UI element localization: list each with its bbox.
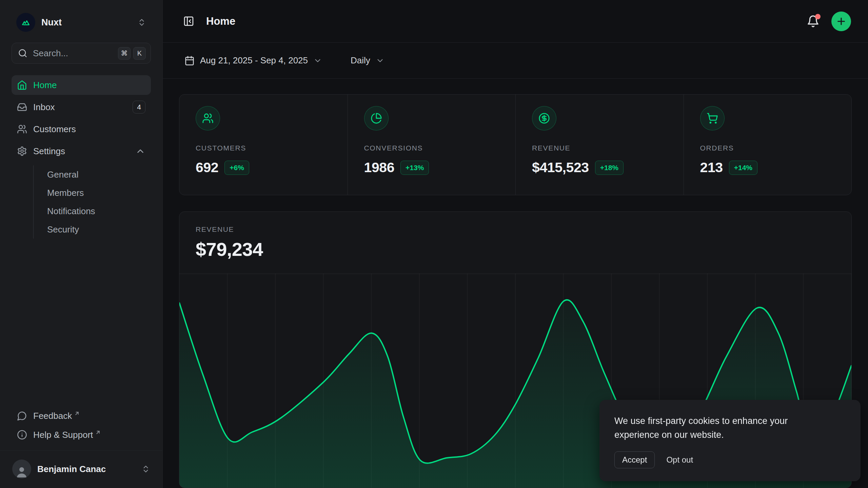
- chart-current-value: $79,234: [196, 238, 835, 260]
- chevrons-up-down-icon: [141, 465, 150, 473]
- calendar-icon: [184, 56, 195, 66]
- sidebar-nav: Home Inbox 4 Customers Settings General …: [0, 75, 162, 239]
- toolbar: Aug 21, 2025 - Sep 4, 2025 Daily: [163, 43, 868, 79]
- sidebar-item-label: Customers: [33, 124, 145, 135]
- stat-label: CONVERSIONS: [364, 144, 502, 152]
- date-range-button[interactable]: Aug 21, 2025 - Sep 4, 2025: [180, 51, 327, 70]
- settings-subtree: General Members Notifications Security: [33, 165, 151, 239]
- home-icon: [17, 80, 27, 90]
- sidebar-collapse-button[interactable]: [180, 13, 197, 30]
- info-circle-icon: [17, 430, 27, 440]
- stat-delta-badge: +18%: [595, 161, 624, 175]
- opt-out-button[interactable]: Opt out: [666, 455, 693, 465]
- team-switcher-button[interactable]: Nuxt: [12, 9, 151, 35]
- notifications-button[interactable]: [804, 12, 823, 31]
- user-menu-button[interactable]: Benjamin Canac: [7, 455, 156, 483]
- chevron-up-icon: [135, 146, 145, 156]
- sidebar-item-members[interactable]: Members: [34, 184, 151, 202]
- users-icon: [196, 106, 220, 130]
- brand-name: Nuxt: [41, 17, 137, 28]
- kbd-k: K: [133, 47, 146, 60]
- plus-icon: [836, 16, 847, 27]
- chevrons-up-down-icon: [137, 18, 146, 27]
- avatar: [12, 460, 31, 479]
- external-link-arrow-icon: [95, 429, 101, 435]
- chevron-down-icon: [313, 56, 322, 65]
- sidebar-item-label: Home: [33, 80, 145, 90]
- cart-icon: [700, 106, 725, 130]
- page-title: Home: [206, 15, 804, 27]
- pie-chart-icon: [364, 106, 389, 130]
- stat-value: 692: [196, 160, 218, 176]
- external-link-arrow-icon: [74, 410, 80, 416]
- sidebar-item-general[interactable]: General: [34, 165, 151, 184]
- search-input[interactable]: [33, 48, 115, 59]
- add-button[interactable]: [831, 12, 851, 31]
- help-support-link[interactable]: Help & Support: [12, 425, 151, 444]
- sidebar-item-security[interactable]: Security: [34, 220, 151, 239]
- sidebar-item-label: Settings: [33, 146, 135, 157]
- kbd-cmd: ⌘: [118, 47, 131, 60]
- sidebar-divider: [0, 450, 162, 451]
- sidebar-item-home[interactable]: Home: [12, 75, 151, 95]
- stat-customers[interactable]: CUSTOMERS 692 +6%: [179, 95, 348, 195]
- stat-value: $415,523: [532, 160, 589, 176]
- panel-left-icon: [183, 16, 194, 27]
- stat-delta-badge: +14%: [729, 161, 757, 175]
- chart-title: REVENUE: [196, 225, 835, 233]
- inbox-count-badge: 4: [133, 101, 145, 114]
- page-header: Home: [163, 0, 868, 43]
- accept-button[interactable]: Accept: [614, 451, 655, 468]
- cookie-message: We use first-party cookies to enhance yo…: [614, 414, 818, 442]
- inbox-icon: [17, 102, 27, 112]
- nuxt-logo-icon: [16, 13, 35, 32]
- dollar-circle-icon: [532, 106, 556, 130]
- date-range-label: Aug 21, 2025 - Sep 4, 2025: [200, 55, 308, 66]
- sub-item-label: Members: [47, 188, 84, 198]
- stat-delta-badge: +6%: [224, 161, 249, 175]
- sidebar-item-customers[interactable]: Customers: [12, 119, 151, 139]
- sidebar: Nuxt ⌘ K Home Inbox 4 Customers: [0, 0, 163, 488]
- chevron-down-icon: [376, 56, 384, 65]
- stats-card: CUSTOMERS 692 +6% CONVERSIONS 1986 +13%: [179, 94, 852, 195]
- sub-item-label: Security: [47, 224, 79, 235]
- gear-icon: [17, 146, 27, 156]
- sidebar-item-settings[interactable]: Settings: [12, 141, 151, 161]
- stat-orders[interactable]: ORDERS 213 +14%: [684, 95, 852, 195]
- sidebar-item-label: Inbox: [33, 102, 133, 113]
- stat-label: ORDERS: [700, 144, 838, 152]
- feedback-link[interactable]: Feedback: [12, 406, 151, 425]
- sidebar-spacer: [0, 239, 162, 406]
- sub-item-label: Notifications: [47, 206, 95, 217]
- granularity-label: Daily: [351, 55, 370, 66]
- sub-item-label: General: [47, 169, 79, 180]
- stat-label: REVENUE: [532, 144, 670, 152]
- chart-header: REVENUE $79,234: [179, 212, 851, 260]
- users-icon: [17, 124, 27, 134]
- search-icon: [18, 48, 27, 58]
- footer-link-label: Feedback: [33, 411, 72, 421]
- search-input-wrapper[interactable]: ⌘ K: [12, 43, 151, 64]
- cookie-banner: We use first-party cookies to enhance yo…: [599, 400, 861, 481]
- stat-conversions[interactable]: CONVERSIONS 1986 +13%: [348, 95, 516, 195]
- notification-dot: [815, 14, 821, 19]
- stat-label: CUSTOMERS: [196, 144, 334, 152]
- stat-value: 213: [700, 160, 723, 176]
- stat-value: 1986: [364, 160, 395, 176]
- user-name: Benjamin Canac: [37, 464, 141, 474]
- stat-revenue[interactable]: REVENUE $415,523 +18%: [515, 95, 684, 195]
- cookie-actions: Accept Opt out: [614, 451, 846, 468]
- message-bubble-icon: [17, 411, 27, 421]
- stat-delta-badge: +13%: [400, 161, 429, 175]
- sidebar-item-notifications[interactable]: Notifications: [34, 202, 151, 220]
- footer-link-label: Help & Support: [33, 430, 93, 440]
- sidebar-item-inbox[interactable]: Inbox 4: [12, 97, 151, 117]
- granularity-select[interactable]: Daily: [346, 51, 389, 70]
